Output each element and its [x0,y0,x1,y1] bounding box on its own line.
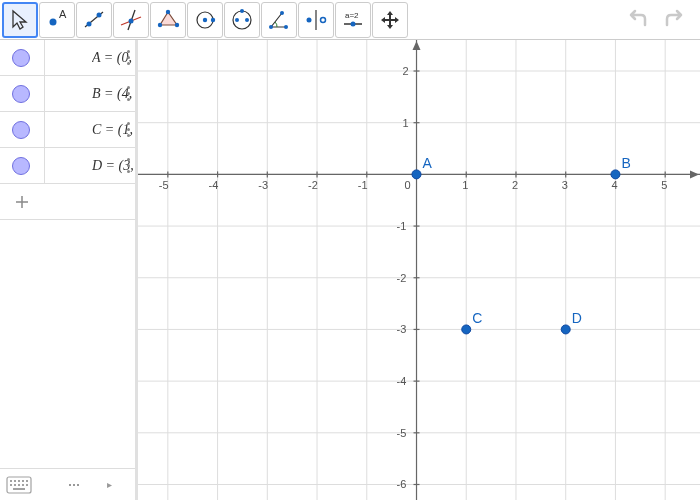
svg-rect-35 [10,484,12,486]
svg-text:A: A [59,8,67,20]
svg-rect-36 [14,484,16,486]
tool-move[interactable] [2,2,38,38]
redo-button[interactable] [658,4,690,36]
algebra-item-C[interactable]: C = (1, - [0,112,135,148]
svg-text:-1: -1 [397,220,407,232]
tool-reflection[interactable] [298,2,334,38]
visibility-toggle[interactable] [12,157,30,175]
tool-perpendicular[interactable] [113,2,149,38]
svg-text:2: 2 [512,179,518,191]
svg-rect-38 [22,484,24,486]
svg-point-20 [280,11,284,15]
point-A[interactable] [412,170,421,179]
svg-point-19 [284,25,288,29]
svg-text:1: 1 [403,117,409,129]
panel-resize-handle[interactable]: ▸ [69,481,129,489]
point-label-B: B [621,155,630,171]
keyboard-icon[interactable] [6,475,32,495]
tool-slider[interactable]: a=2 [335,2,371,38]
svg-point-0 [50,18,57,25]
tool-circle[interactable] [187,2,223,38]
svg-point-7 [129,18,134,23]
svg-text:-5: -5 [397,427,407,439]
point-C[interactable] [462,325,471,334]
svg-text:4: 4 [611,179,617,191]
svg-text:-5: -5 [159,179,169,191]
point-label-A: A [423,155,433,171]
svg-point-13 [211,17,215,21]
visibility-toggle[interactable] [12,85,30,103]
svg-point-9 [175,22,179,26]
svg-point-23 [321,17,326,22]
visibility-toggle[interactable] [12,49,30,67]
algebra-item-D[interactable]: D = (3, - [0,148,135,184]
svg-point-18 [269,25,273,29]
svg-text:-1: -1 [358,179,368,191]
svg-text:3: 3 [562,179,568,191]
svg-rect-39 [26,484,28,486]
item-menu-icon[interactable] [123,48,133,66]
svg-point-8 [166,9,170,13]
svg-text:0: 0 [405,179,411,191]
svg-point-16 [245,18,249,22]
svg-text:1: 1 [462,179,468,191]
item-menu-icon[interactable] [123,84,133,102]
svg-text:5: 5 [661,179,667,191]
svg-text:-3: -3 [397,323,407,335]
item-menu-icon[interactable] [123,120,133,138]
svg-text:-3: -3 [258,179,268,191]
svg-rect-34 [26,480,28,482]
graphics-view[interactable]: -5-4-3-2-1012345-6-5-4-3-2-112ABCD [138,40,700,500]
item-menu-icon[interactable] [123,156,133,174]
algebra-item-B[interactable]: B = (4, 0 [0,76,135,112]
svg-rect-30 [10,480,12,482]
point-B[interactable] [611,170,620,179]
svg-text:-2: -2 [397,272,407,284]
algebra-view: A = (0, 0 B = (4, 0 C = (1, - D = (3, - [0,40,138,500]
svg-point-22 [307,17,312,22]
add-item-button[interactable] [0,184,135,220]
point-D[interactable] [561,325,570,334]
svg-rect-31 [14,480,16,482]
algebra-item-A[interactable]: A = (0, 0 [0,40,135,76]
toolbar: A a=2 [0,0,700,40]
point-label-D: D [572,310,582,326]
svg-point-12 [203,17,207,21]
tool-move-view[interactable] [372,2,408,38]
svg-point-26 [351,21,356,26]
visibility-toggle[interactable] [12,121,30,139]
undo-redo-group [622,4,698,36]
tool-point[interactable]: A [39,2,75,38]
svg-text:2: 2 [403,65,409,77]
svg-text:-4: -4 [209,179,219,191]
tool-angle[interactable] [261,2,297,38]
svg-rect-40 [13,488,25,490]
undo-button[interactable] [622,4,654,36]
svg-point-15 [235,18,239,22]
svg-text:-6: -6 [397,478,407,490]
svg-text:-4: -4 [397,375,407,387]
tool-ellipse[interactable] [224,2,260,38]
svg-point-10 [158,22,162,26]
svg-point-4 [97,12,102,17]
svg-rect-37 [18,484,20,486]
svg-text:a=2: a=2 [345,11,359,20]
svg-point-3 [87,21,92,26]
svg-text:-2: -2 [308,179,318,191]
tool-line[interactable] [76,2,112,38]
svg-point-17 [240,9,244,13]
svg-rect-33 [22,480,24,482]
svg-rect-32 [18,480,20,482]
tool-polygon[interactable] [150,2,186,38]
point-label-C: C [472,310,482,326]
